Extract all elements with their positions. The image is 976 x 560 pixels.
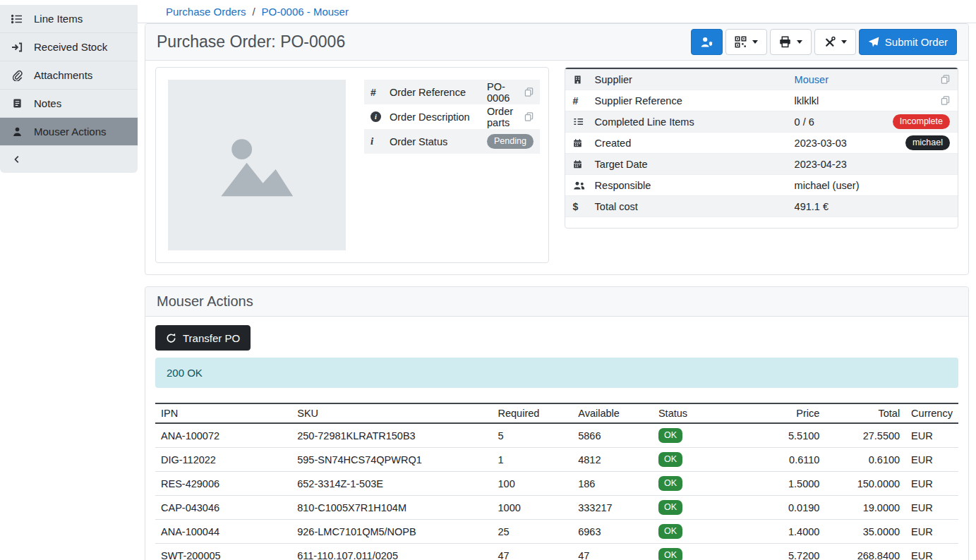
cell-total: 35.0000 [825,520,905,544]
cell-sku: 810-C1005X7R1H104M [291,496,492,520]
sidebar-item-mouser-actions[interactable]: Mouser Actions [0,118,138,146]
admin-actions-button[interactable] [691,29,723,55]
cell-status: OK [653,472,737,496]
supplier-details-card: Supplier Mouser # Supplier Reference lkl… [565,67,958,229]
cell-status: OK [653,448,737,472]
action-toolbar: Submit Order [691,29,957,55]
detail-value: lklklkl [795,95,941,106]
cell-price: 0.0190 [737,496,825,520]
cell-sku: 652-3314Z-1-503E [291,472,492,496]
detail-label: Supplier Reference [595,95,795,106]
cell-required: 1000 [493,496,573,520]
cell-sku: 595-SN74HCS74QPWRQ1 [291,448,492,472]
cell-price: 0.6110 [737,448,825,472]
detail-value: 491.1 € [795,201,950,212]
table-row: ANA-100044 926-LMC7101QM5/NOPB 25 6963 O… [155,520,958,544]
detail-label: Target Date [595,159,795,170]
supplier-link[interactable]: Mouser [795,74,829,85]
breadcrumb-link-purchase-orders[interactable]: Purchase Orders [166,6,246,18]
detail-value: michael (user) [795,180,950,191]
cell-available: 186 [572,472,653,496]
panel-title: Mouser Actions [157,293,253,310]
detail-value: PO-0006 [487,81,524,104]
mouser-actions-header: Mouser Actions [145,287,968,317]
detail-row: # Order Reference PO-0006 [364,80,540,104]
copy-icon[interactable] [941,96,950,105]
order-actions-button[interactable] [814,29,856,55]
cell-currency: EUR [905,544,958,560]
table-row: SWT-200005 611-110.107.011/0205 47 47 OK… [155,544,958,560]
cell-currency: EUR [905,423,958,448]
sidebar-item-received-stock[interactable]: Received Stock [0,33,138,61]
detail-label: Total cost [595,201,795,212]
cell-price: 5.5100 [737,423,825,448]
mouser-actions-body: Transfer PO 200 OK IPN SKU [145,317,968,560]
main-content: Purchase Orders / PO-0006 - Mouser Purch… [138,0,976,560]
sidebar-item-label: Received Stock [34,41,107,53]
calendar-icon [573,159,595,169]
ok-badge: OK [658,428,682,443]
info-icon: i [370,135,390,147]
sidebar-item-line-items[interactable]: Line Items [0,5,138,33]
sidebar: Line Items Received Stock Attachments No… [0,0,138,560]
hash-icon: # [370,87,390,98]
transfer-po-button[interactable]: Transfer PO [155,325,251,351]
detail-row: Completed Line Items 0 / 6 Incomplete [565,111,958,133]
status-alert-text: 200 OK [167,367,203,379]
detail-label: Order Status [390,136,487,147]
cell-total: 0.6100 [825,448,905,472]
user-badge: michael [905,135,950,150]
detail-label: Created [595,138,795,149]
order-details-panel: Purchase Order: PO-0006 [145,23,969,275]
detail-row: i Order Description Order parts [364,104,540,129]
order-thumbnail[interactable] [168,80,346,250]
cell-price: 5.7200 [737,544,825,560]
column-header-status: Status [653,403,737,423]
column-header-sku: SKU [291,403,492,423]
cell-total: 27.5500 [825,423,905,448]
cell-required: 47 [493,544,573,560]
calendar-icon [573,138,595,148]
copy-icon[interactable] [524,112,534,121]
tools-icon [824,36,836,48]
cell-total: 268.8400 [825,544,905,560]
sidebar-item-label: Notes [34,97,61,109]
copy-icon[interactable] [524,87,534,97]
cell-status: OK [653,520,737,544]
cell-ipn: ANA-100072 [155,423,291,448]
submit-order-button[interactable]: Submit Order [859,29,957,55]
breadcrumb: Purchase Orders / PO-0006 - Mouser [138,0,976,23]
breadcrumb-link-current-order[interactable]: PO-0006 - Mouser [262,6,349,18]
barcode-actions-button[interactable] [725,29,767,55]
info-circle-icon: i [370,111,390,122]
ok-badge: OK [658,452,682,467]
chevron-down-icon [752,40,758,44]
user-icon [11,126,23,137]
chevron-left-icon [11,154,23,164]
cell-currency: EUR [905,496,958,520]
table-row: CAP-043046 810-C1005X7R1H104M 1000 33321… [155,496,958,520]
detail-row: Target Date 2023-04-23 [565,154,958,175]
ok-badge: OK [658,548,682,560]
detail-label: Order Reference [390,87,487,98]
cell-status: OK [653,544,737,560]
mouser-lines-table: IPN SKU Required Available Status Price … [155,403,958,560]
sidebar-item-notes[interactable]: Notes [0,90,138,118]
chevron-down-icon [841,40,847,44]
sidebar-item-attachments[interactable]: Attachments [0,61,138,90]
detail-value: Order parts [487,106,524,128]
sidebar-item-label: Attachments [34,69,92,81]
cell-required: 25 [493,520,573,544]
sidebar-collapse-button[interactable] [0,146,138,173]
table-row: ANA-100072 250-72981KLRATR150B3 5 5866 O… [155,423,958,448]
cell-currency: EUR [905,448,958,472]
print-actions-button[interactable] [770,29,812,55]
detail-value: 0 / 6 [795,116,893,128]
cell-sku: 926-LMC7101QM5/NOPB [291,520,492,544]
detail-label: Supplier [595,74,795,85]
copy-icon[interactable] [941,75,950,84]
order-status-badge: Pending [487,134,534,149]
incomplete-badge: Incomplete [893,114,950,129]
order-kv-table: # Order Reference PO-0006 i Order Descri… [364,80,540,250]
breadcrumb-separator: / [252,6,255,18]
